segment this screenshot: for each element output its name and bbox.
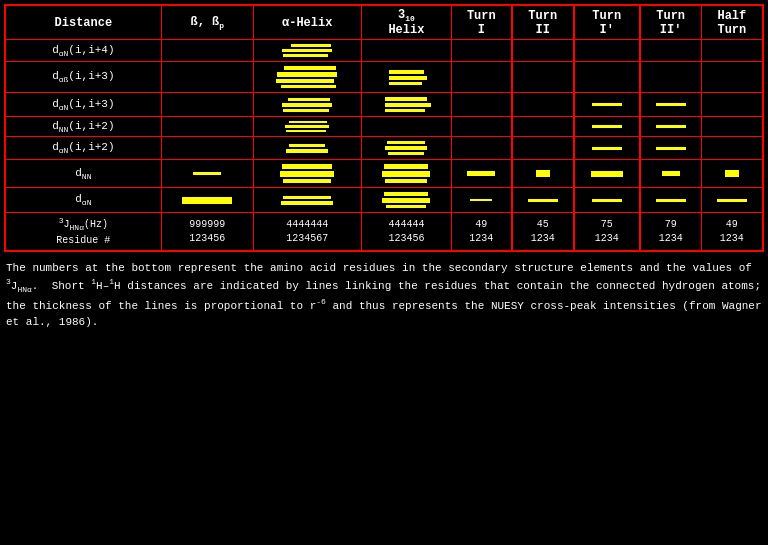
cell-beta-dan-i4 [161, 40, 253, 62]
row-dnn: dNN [5, 160, 763, 188]
row-dan-i2: dαN(i,i+2) [5, 137, 763, 160]
cell-turn1-dan [452, 188, 512, 213]
cell-alpha-dnn [253, 160, 361, 188]
cell-turn1p-nums: 751234 [574, 213, 640, 251]
label-dnn: dNN [5, 160, 161, 188]
cell-turn1p-dan [574, 188, 640, 213]
header-310-helix: 310Helix [361, 5, 452, 40]
cell-turn1p-dan-i4 [574, 40, 640, 62]
cell-turn2-dab-i3 [512, 62, 574, 93]
cell-turn1p-dab-i3 [574, 62, 640, 93]
cell-310-dan-i4 [361, 40, 452, 62]
cell-310-dan-i3 [361, 93, 452, 117]
row-dab-i3: dαß(i,i+3) [5, 62, 763, 93]
cell-310-dnn [361, 160, 452, 188]
cell-turn2p-nums: 791234 [640, 213, 702, 251]
header-turn2p: TurnII' [640, 5, 702, 40]
cell-beta-nums: 999999123456 [161, 213, 253, 251]
cell-turn2-dnn-i2 [512, 117, 574, 137]
header-alpha-helix: α-Helix [253, 5, 361, 40]
header-turn1p: TurnI' [574, 5, 640, 40]
cell-halfturn-dnn-i2 [701, 117, 763, 137]
cell-turn2-dan-i2 [512, 137, 574, 160]
cell-alpha-nums: 44444441234567 [253, 213, 361, 251]
cell-halfturn-dan [701, 188, 763, 213]
cell-alpha-dan-i2 [253, 137, 361, 160]
cell-turn2p-dab-i3 [640, 62, 702, 93]
cell-turn2-dan [512, 188, 574, 213]
cell-310-dab-i3 [361, 62, 452, 93]
label-dan-i2: dαN(i,i+2) [5, 137, 161, 160]
cell-turn2-dnn [512, 160, 574, 188]
cell-turn1p-dan-i3 [574, 93, 640, 117]
noe-table: Distance ß, ßp α-Helix 310Helix TurnI Tu… [4, 4, 764, 252]
cell-turn1-dab-i3 [452, 62, 512, 93]
row-dan: dαN [5, 188, 763, 213]
cell-turn2p-dan-i2 [640, 137, 702, 160]
cell-halfturn-dan-i4 [701, 40, 763, 62]
label-dan: dαN [5, 188, 161, 213]
header-row: Distance ß, ßp α-Helix 310Helix TurnI Tu… [5, 5, 763, 40]
label-dab-i3: dαß(i,i+3) [5, 62, 161, 93]
header-turn1: TurnI [452, 5, 512, 40]
cell-alpha-dan-i3 [253, 93, 361, 117]
label-j-coupling: 3JHNα(Hz)Residue # [5, 213, 161, 251]
cell-alpha-dab-i3 [253, 62, 361, 93]
cell-turn1-dnn-i2 [452, 117, 512, 137]
cell-turn1-nums: 491234 [452, 213, 512, 251]
cell-alpha-dnn-i2 [253, 117, 361, 137]
header-beta: ß, ßp [161, 5, 253, 40]
cell-beta-dab-i3 [161, 62, 253, 93]
cell-310-dnn-i2 [361, 117, 452, 137]
cell-halfturn-nums: 491234 [701, 213, 763, 251]
cell-halfturn-dab-i3 [701, 62, 763, 93]
cell-beta-dnn-i2 [161, 117, 253, 137]
cell-turn2-nums: 451234 [512, 213, 574, 251]
label-dan-i4: dαN(i,i+4) [5, 40, 161, 62]
header-half-turn: HalfTurn [701, 5, 763, 40]
row-dan-i3: dαN(i,i+3) [5, 93, 763, 117]
footnote: The numbers at the bottom represent the … [4, 258, 764, 333]
cell-310-dan [361, 188, 452, 213]
cell-turn1p-dnn [574, 160, 640, 188]
cell-turn2-dan-i4 [512, 40, 574, 62]
cell-turn1p-dan-i2 [574, 137, 640, 160]
cell-turn2p-dnn [640, 160, 702, 188]
cell-turn1-dan-i2 [452, 137, 512, 160]
cell-turn1-dan-i4 [452, 40, 512, 62]
cell-turn1-dnn [452, 160, 512, 188]
cell-beta-dan [161, 188, 253, 213]
cell-turn2p-dan-i3 [640, 93, 702, 117]
row-dnn-i2: dNN(i,i+2) [5, 117, 763, 137]
cell-halfturn-dan-i3 [701, 93, 763, 117]
row-dan-i4: dαN(i,i+4) [5, 40, 763, 62]
cell-beta-dan-i2 [161, 137, 253, 160]
cell-alpha-dan-i4 [253, 40, 361, 62]
cell-beta-dan-i3 [161, 93, 253, 117]
cell-turn2p-dnn-i2 [640, 117, 702, 137]
main-container: Distance ß, ßp α-Helix 310Helix TurnI Tu… [0, 0, 768, 337]
cell-310-dan-i2 [361, 137, 452, 160]
label-dan-i3: dαN(i,i+3) [5, 93, 161, 117]
cell-turn2p-dan [640, 188, 702, 213]
cell-turn2p-dan-i4 [640, 40, 702, 62]
header-distance: Distance [5, 5, 161, 40]
cell-halfturn-dnn [701, 160, 763, 188]
cell-turn1p-dnn-i2 [574, 117, 640, 137]
cell-turn1-dan-i3 [452, 93, 512, 117]
label-dnn-i2: dNN(i,i+2) [5, 117, 161, 137]
cell-halfturn-dan-i2 [701, 137, 763, 160]
header-turn2: TurnII [512, 5, 574, 40]
row-numbers: 3JHNα(Hz)Residue # 999999123456 44444441… [5, 213, 763, 251]
cell-turn2-dan-i3 [512, 93, 574, 117]
cell-beta-dnn [161, 160, 253, 188]
cell-alpha-dan [253, 188, 361, 213]
cell-310-nums: 444444123456 [361, 213, 452, 251]
